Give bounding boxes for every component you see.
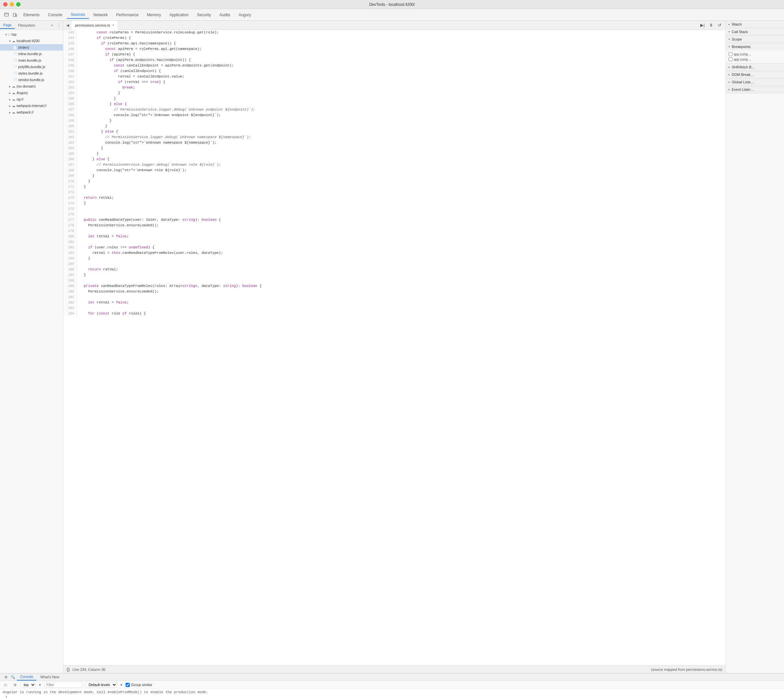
sidebar-tab-filesystem[interactable]: Filesystem [15, 22, 38, 28]
console-filter-input[interactable] [44, 682, 83, 687]
tab-memory[interactable]: Memory [143, 12, 165, 18]
breakpoint-item-1: app.comp… [729, 51, 781, 57]
code-line: 170 } [63, 179, 726, 184]
console-filter-icon[interactable]: 🔍 [10, 674, 16, 680]
tree-item-localhost[interactable]: ▾ ☁ localhost:4200 [0, 38, 63, 44]
breakpoint-checkbox-2[interactable] [729, 57, 733, 61]
tab-security[interactable]: Security [193, 12, 215, 18]
line-code: private canReadDataTypeFromRoles(roles: … [77, 283, 726, 289]
dom-break-header[interactable]: ▸ DOM Break… [726, 71, 784, 78]
code-line: 143 const rolePerms = PermissionService.… [63, 30, 726, 35]
line-number: 147 [63, 52, 77, 57]
line-code: // PermissionService.logger.debug(`Unkno… [77, 162, 726, 167]
tab-application[interactable]: Application [166, 12, 193, 18]
line-code: return retVal; [77, 267, 726, 272]
line-code: } else { [77, 129, 726, 134]
line-code: } [77, 151, 726, 157]
editor-close-icon[interactable]: ✕ [112, 23, 115, 27]
scope-header[interactable]: ▾ Scope [726, 36, 784, 43]
tab-audits[interactable]: Audits [216, 12, 234, 18]
code-line: 144 if (rolePerms) { [63, 35, 726, 41]
device-icon[interactable] [11, 11, 19, 19]
console-group-check[interactable]: Group similar [126, 683, 152, 687]
line-number: 168 [63, 167, 77, 173]
maximize-button[interactable] [16, 2, 20, 7]
editor-back-icon[interactable]: ◀ [63, 21, 72, 30]
tree-item-inline-bundle[interactable]: 📄 inline.bundle.js [0, 51, 63, 57]
console-level-select[interactable]: Default levels [86, 682, 117, 687]
xhr-header[interactable]: ▸ XHR/fetch B… [726, 63, 784, 71]
code-container[interactable]: 143 const rolePerms = PermissionService.… [63, 30, 726, 665]
line-code [77, 261, 726, 267]
console-play-icon[interactable]: ▷ [3, 681, 9, 688]
tree-item-ng[interactable]: ▸ ☁ ng:// [0, 96, 63, 103]
tree-item-vendor-bundle[interactable]: 📄 vendor.bundle.js [0, 76, 63, 83]
close-button[interactable] [3, 2, 7, 7]
console-tab-console[interactable]: Console [17, 673, 37, 681]
tree-item-main-bundle[interactable]: 📄 main.bundle.js [0, 57, 63, 63]
tree-item-polyfills-bundle[interactable]: 📄 polyfills.bundle.js [0, 63, 63, 70]
code-line: 165 } [63, 151, 726, 157]
line-code: console.log("str">`Unknown namespace ${n… [77, 140, 726, 146]
line-code: if (apiPerm) { [77, 52, 726, 57]
code-line: 169 } [63, 173, 726, 179]
console-stop-icon[interactable]: ⊘ [12, 681, 18, 688]
tree-item-webpack[interactable]: ▸ ☁ webpack:// [0, 109, 63, 116]
minimize-button[interactable] [10, 2, 14, 7]
expand-icon-augury: ▸ [9, 91, 11, 94]
sidebar-tab-page[interactable]: Page [0, 22, 15, 29]
inspect-icon[interactable] [3, 11, 10, 19]
code-line: 191 [63, 294, 726, 300]
tab-sources[interactable]: Sources [67, 11, 89, 19]
line-code: } [77, 91, 726, 96]
sidebar-more-icon[interactable]: » [49, 22, 55, 29]
tree-item-styles-bundle[interactable]: 📄 styles.bundle.js [0, 70, 63, 76]
line-code: } [77, 179, 726, 184]
breakpoint-checkbox-1[interactable] [729, 52, 733, 56]
tab-network[interactable]: Network [90, 12, 111, 18]
line-number: 185 [63, 261, 77, 267]
breakpoints-header[interactable]: ▾ Breakpoints [726, 43, 784, 50]
tab-performance[interactable]: Performance [112, 12, 143, 18]
event-listen-header[interactable]: ▸ Event Lister… [726, 86, 784, 93]
breakpoints-content: app.comp… app.comp… [726, 50, 784, 63]
line-number: 163 [63, 140, 77, 146]
editor-file-tab[interactable]: permissions.service.ts ✕ [72, 21, 118, 30]
tree-item-augury[interactable]: ▸ ☁ Augury [0, 89, 63, 96]
sidebar-menu-icon[interactable]: ⋮ [55, 22, 63, 29]
console-tab-whatsnew[interactable]: What's New [37, 674, 62, 680]
dom-break-label: DOM Break… [732, 73, 754, 76]
tab-elements[interactable]: Elements [20, 12, 43, 18]
code-line: 157 // PermissionService.logger.debug(`U… [63, 107, 726, 113]
tree-item-top[interactable]: ▾ □ top [0, 31, 63, 38]
step-over-icon[interactable]: ↺ [716, 22, 723, 29]
tab-console[interactable]: Console [44, 12, 66, 18]
code-line: 174 } [63, 201, 726, 206]
file-icon-inline: 📄 [13, 52, 17, 56]
dom-break-section: ▸ DOM Break… [726, 71, 784, 78]
svg-rect-2 [13, 13, 16, 17]
breakpoints-arrow: ▾ [729, 45, 730, 48]
console-group-checkbox[interactable] [126, 683, 130, 687]
console-clear-icon[interactable]: ⊘ [3, 674, 9, 680]
pause-icon[interactable]: ⏸ [708, 22, 714, 29]
console-message: Angular is running in the development mo… [3, 690, 781, 694]
cloud-icon-augury: ☁ [12, 91, 15, 94]
tree-item-webpack-internal[interactable]: ▸ ☁ webpack-internal:// [0, 103, 63, 109]
global-listen-header[interactable]: ▸ Global Liste… [726, 78, 784, 86]
status-line-col: Line 234, Column 36 [72, 668, 105, 671]
cloud-icon-webpack-internal: ☁ [12, 104, 15, 108]
tree-item-index[interactable]: 📄 (index) [0, 44, 63, 51]
line-number: 159 [63, 118, 77, 124]
code-line: 189 private canReadDataTypeFromRoles(rol… [63, 283, 726, 289]
line-number: 194 [63, 311, 77, 316]
tab-augury[interactable]: Augury [235, 12, 255, 18]
tree-item-no-domain[interactable]: ▸ ☁ (no domain) [0, 83, 63, 89]
editor-tabs: ◀ permissions.service.ts ✕ ▶| ⏸ ↺ [63, 21, 726, 30]
code-line: 151 retVal = canCallEndpoint.value; [63, 74, 726, 80]
format-icon[interactable]: ▶| [699, 22, 706, 29]
call-stack-header[interactable]: ▾ Call Stack [726, 28, 784, 35]
console-context-select[interactable]: top [21, 682, 36, 687]
watch-header[interactable]: ▸ Watch [726, 21, 784, 28]
nav-bar: Elements Console Sources Network Perform… [0, 9, 784, 21]
